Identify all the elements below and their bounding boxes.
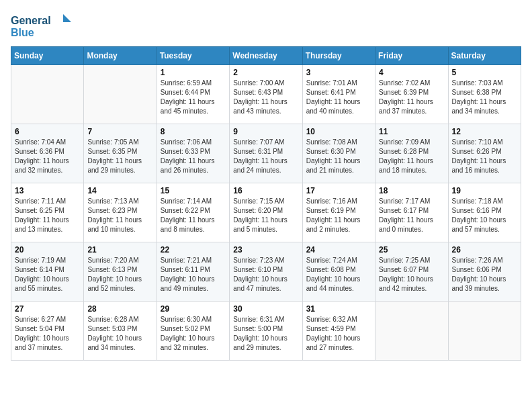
day-number: 10 [306, 127, 371, 136]
calendar-table: SundayMondayTuesdayWednesdayThursdayFrid… [11, 46, 521, 361]
calendar-cell: 14Sunrise: 7:13 AM Sunset: 6:23 PM Dayli… [84, 183, 157, 242]
calendar-body: 1Sunrise: 6:59 AM Sunset: 6:44 PM Daylig… [11, 65, 521, 361]
calendar-cell: 5Sunrise: 7:03 AM Sunset: 6:38 PM Daylig… [448, 65, 521, 124]
calendar-cell [375, 302, 448, 361]
weekday-header: Friday [375, 47, 448, 65]
day-info: Sunrise: 7:00 AM Sunset: 6:43 PM Dayligh… [233, 79, 298, 116]
weekday-header: Sunday [11, 47, 84, 65]
calendar-cell: 12Sunrise: 7:10 AM Sunset: 6:26 PM Dayli… [448, 124, 521, 183]
day-info: Sunrise: 7:10 AM Sunset: 6:26 PM Dayligh… [452, 138, 517, 175]
day-info: Sunrise: 7:14 AM Sunset: 6:22 PM Dayligh… [161, 197, 226, 234]
svg-text:General: General [11, 15, 51, 26]
weekday-header: Wednesday [230, 47, 302, 65]
calendar-week-row: 20Sunrise: 7:19 AM Sunset: 6:14 PM Dayli… [11, 242, 521, 302]
day-info: Sunrise: 7:04 AM Sunset: 6:36 PM Dayligh… [15, 138, 80, 175]
day-info: Sunrise: 6:31 AM Sunset: 5:00 PM Dayligh… [233, 315, 298, 353]
day-number: 12 [452, 127, 517, 136]
calendar-cell: 17Sunrise: 7:16 AM Sunset: 6:19 PM Dayli… [302, 183, 375, 242]
weekday-header: Tuesday [157, 47, 229, 65]
calendar-cell: 2Sunrise: 7:00 AM Sunset: 6:43 PM Daylig… [230, 65, 302, 124]
day-number: 15 [161, 186, 226, 195]
day-number: 21 [87, 245, 152, 255]
day-number: 1 [161, 68, 226, 77]
day-number: 13 [15, 186, 80, 195]
calendar-cell: 30Sunrise: 6:31 AM Sunset: 5:00 PM Dayli… [230, 302, 302, 361]
day-number: 20 [15, 245, 80, 255]
day-number: 2 [233, 68, 298, 77]
calendar-week-row: 6Sunrise: 7:04 AM Sunset: 6:36 PM Daylig… [11, 124, 521, 183]
day-info: Sunrise: 6:59 AM Sunset: 6:44 PM Dayligh… [161, 79, 226, 116]
calendar-cell: 25Sunrise: 7:25 AM Sunset: 6:07 PM Dayli… [375, 242, 448, 302]
day-number: 31 [306, 304, 371, 314]
day-number: 23 [233, 245, 298, 255]
day-info: Sunrise: 7:01 AM Sunset: 6:41 PM Dayligh… [306, 79, 371, 116]
day-number: 4 [379, 68, 444, 77]
calendar-week-row: 27Sunrise: 6:27 AM Sunset: 5:04 PM Dayli… [11, 302, 521, 361]
day-number: 17 [306, 186, 371, 195]
day-number: 6 [15, 127, 80, 136]
day-info: Sunrise: 7:19 AM Sunset: 6:14 PM Dayligh… [15, 256, 80, 293]
day-number: 9 [233, 127, 298, 136]
day-number: 26 [452, 245, 517, 255]
day-info: Sunrise: 7:26 AM Sunset: 6:06 PM Dayligh… [452, 256, 517, 293]
calendar-cell: 20Sunrise: 7:19 AM Sunset: 6:14 PM Dayli… [11, 242, 84, 302]
day-number: 16 [233, 186, 298, 195]
logo: General Blue [11, 11, 71, 41]
weekday-header: Monday [84, 47, 157, 65]
logo-svg: General Blue [11, 11, 71, 41]
day-info: Sunrise: 7:21 AM Sunset: 6:11 PM Dayligh… [161, 256, 226, 293]
day-info: Sunrise: 6:32 AM Sunset: 4:59 PM Dayligh… [306, 315, 371, 353]
day-info: Sunrise: 7:03 AM Sunset: 6:38 PM Dayligh… [452, 79, 517, 116]
calendar-cell: 27Sunrise: 6:27 AM Sunset: 5:04 PM Dayli… [11, 302, 84, 361]
day-info: Sunrise: 7:15 AM Sunset: 6:20 PM Dayligh… [233, 197, 298, 234]
day-number: 29 [161, 304, 226, 314]
calendar-cell: 11Sunrise: 7:09 AM Sunset: 6:28 PM Dayli… [375, 124, 448, 183]
calendar-cell: 4Sunrise: 7:02 AM Sunset: 6:39 PM Daylig… [375, 65, 448, 124]
day-info: Sunrise: 7:23 AM Sunset: 6:10 PM Dayligh… [233, 256, 298, 293]
calendar-cell: 24Sunrise: 7:24 AM Sunset: 6:08 PM Dayli… [302, 242, 375, 302]
calendar-cell: 1Sunrise: 6:59 AM Sunset: 6:44 PM Daylig… [157, 65, 229, 124]
calendar-cell: 28Sunrise: 6:28 AM Sunset: 5:03 PM Dayli… [84, 302, 157, 361]
day-number: 30 [233, 304, 298, 314]
svg-marker-2 [63, 14, 71, 22]
day-info: Sunrise: 7:06 AM Sunset: 6:33 PM Dayligh… [161, 138, 226, 175]
calendar-cell: 29Sunrise: 6:30 AM Sunset: 5:02 PM Dayli… [157, 302, 229, 361]
calendar-week-row: 13Sunrise: 7:11 AM Sunset: 6:25 PM Dayli… [11, 183, 521, 242]
day-number: 14 [87, 186, 152, 195]
day-number: 25 [379, 245, 444, 255]
day-info: Sunrise: 7:25 AM Sunset: 6:07 PM Dayligh… [379, 256, 444, 293]
day-number: 3 [306, 68, 371, 77]
weekday-header: Thursday [302, 47, 375, 65]
calendar-cell: 22Sunrise: 7:21 AM Sunset: 6:11 PM Dayli… [157, 242, 229, 302]
day-number: 24 [306, 245, 371, 255]
day-number: 7 [87, 127, 152, 136]
day-info: Sunrise: 7:02 AM Sunset: 6:39 PM Dayligh… [379, 79, 444, 116]
calendar-cell: 16Sunrise: 7:15 AM Sunset: 6:20 PM Dayli… [230, 183, 302, 242]
day-info: Sunrise: 7:09 AM Sunset: 6:28 PM Dayligh… [379, 138, 444, 175]
calendar-cell: 13Sunrise: 7:11 AM Sunset: 6:25 PM Dayli… [11, 183, 84, 242]
calendar-cell: 10Sunrise: 7:08 AM Sunset: 6:30 PM Dayli… [302, 124, 375, 183]
day-info: Sunrise: 7:16 AM Sunset: 6:19 PM Dayligh… [306, 197, 371, 234]
page-header: General Blue [11, 11, 521, 41]
svg-text:Blue: Blue [11, 27, 34, 38]
calendar-cell: 18Sunrise: 7:17 AM Sunset: 6:17 PM Dayli… [375, 183, 448, 242]
calendar-week-row: 1Sunrise: 6:59 AM Sunset: 6:44 PM Daylig… [11, 65, 521, 124]
calendar-cell: 26Sunrise: 7:26 AM Sunset: 6:06 PM Dayli… [448, 242, 521, 302]
day-info: Sunrise: 7:17 AM Sunset: 6:17 PM Dayligh… [379, 197, 444, 234]
calendar-cell: 6Sunrise: 7:04 AM Sunset: 6:36 PM Daylig… [11, 124, 84, 183]
calendar-cell: 21Sunrise: 7:20 AM Sunset: 6:13 PM Dayli… [84, 242, 157, 302]
day-info: Sunrise: 7:05 AM Sunset: 6:35 PM Dayligh… [87, 138, 152, 175]
day-info: Sunrise: 7:20 AM Sunset: 6:13 PM Dayligh… [87, 256, 152, 293]
day-info: Sunrise: 7:24 AM Sunset: 6:08 PM Dayligh… [306, 256, 371, 293]
day-number: 18 [379, 186, 444, 195]
day-number: 27 [15, 304, 80, 314]
day-info: Sunrise: 6:30 AM Sunset: 5:02 PM Dayligh… [161, 315, 226, 353]
calendar-cell [11, 65, 84, 124]
day-info: Sunrise: 6:27 AM Sunset: 5:04 PM Dayligh… [15, 315, 80, 353]
calendar-cell: 23Sunrise: 7:23 AM Sunset: 6:10 PM Dayli… [230, 242, 302, 302]
day-number: 8 [161, 127, 226, 136]
calendar-header-row: SundayMondayTuesdayWednesdayThursdayFrid… [11, 47, 521, 65]
calendar-cell: 19Sunrise: 7:18 AM Sunset: 6:16 PM Dayli… [448, 183, 521, 242]
calendar-cell: 9Sunrise: 7:07 AM Sunset: 6:31 PM Daylig… [230, 124, 302, 183]
day-number: 5 [452, 68, 517, 77]
